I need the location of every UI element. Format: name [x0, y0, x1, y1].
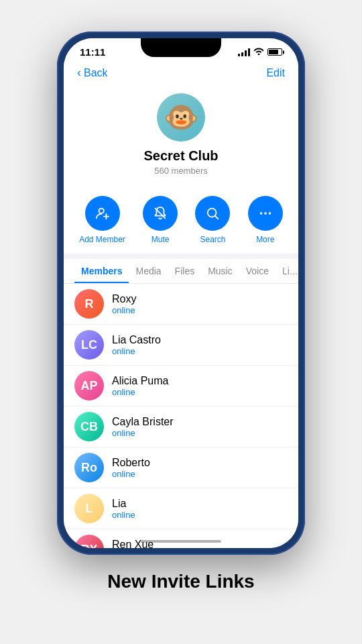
member-avatar: LC: [74, 330, 104, 360]
member-avatar: L: [74, 494, 104, 523]
mute-icon-circle: [143, 196, 178, 231]
member-status: online: [112, 346, 161, 356]
back-chevron-icon: ‹: [77, 66, 81, 80]
member-name: Alicia Puma: [112, 375, 168, 387]
member-status: online: [112, 510, 135, 520]
member-status: online: [112, 428, 174, 438]
member-name: Roberto: [112, 457, 150, 469]
member-info: Alicia Puma online: [112, 375, 168, 397]
member-name: Cayla Brister: [112, 416, 174, 428]
add-member-button[interactable]: Add Member: [79, 196, 125, 244]
status-time: 11:11: [80, 46, 105, 58]
member-status: online: [112, 305, 136, 315]
home-indicator: [141, 540, 221, 543]
section-divider: [64, 254, 298, 259]
member-status: online: [112, 387, 168, 397]
action-buttons: Add Member Mute: [64, 186, 298, 254]
tab-media[interactable]: Media: [129, 259, 168, 283]
battery-icon: [267, 48, 282, 56]
svg-point-0: [99, 209, 103, 213]
group-members-count: 560 members: [154, 166, 207, 176]
member-row[interactable]: Ro Roberto online: [64, 447, 298, 488]
add-member-icon-circle: [85, 196, 120, 231]
add-member-label: Add Member: [79, 235, 125, 244]
tab-members[interactable]: Members: [74, 259, 129, 283]
more-icon-circle: [248, 196, 283, 231]
notch: [141, 38, 221, 57]
nav-bar: ‹ Back Edit: [64, 60, 298, 85]
member-avatar: RX: [74, 535, 104, 548]
wifi-icon: [253, 47, 264, 57]
phone-inner: 11:11: [64, 38, 298, 548]
member-row[interactable]: RX Ren Xue online: [64, 529, 298, 548]
member-info: Lia online: [112, 498, 135, 520]
more-button[interactable]: More: [248, 196, 283, 244]
signal-icon: [238, 48, 250, 56]
mute-label: Mute: [152, 235, 170, 244]
member-avatar: AP: [74, 371, 104, 400]
member-avatar: Ro: [74, 453, 104, 482]
back-button[interactable]: ‹ Back: [77, 66, 108, 80]
member-avatar: CB: [74, 412, 104, 441]
page-wrapper: 11:11: [0, 0, 362, 644]
tab-voice[interactable]: Voice: [239, 259, 276, 283]
tab-music[interactable]: Music: [201, 259, 239, 283]
svg-point-6: [260, 212, 263, 215]
group-avatar-emoji: 🐵: [164, 103, 198, 131]
svg-point-7: [264, 212, 267, 215]
search-label: Search: [200, 235, 225, 244]
member-name: Lia: [112, 498, 135, 510]
member-name: Lia Castro: [112, 334, 161, 346]
member-avatar: R: [74, 289, 104, 319]
more-label: More: [256, 235, 274, 244]
phone-frame: 11:11: [57, 32, 305, 555]
member-row[interactable]: L Lia online: [64, 488, 298, 529]
tab-files[interactable]: Files: [168, 259, 202, 283]
edit-button[interactable]: Edit: [266, 67, 285, 79]
group-avatar: 🐵: [157, 93, 205, 142]
group-name: Secret Club: [143, 148, 218, 164]
search-icon-circle: [195, 196, 230, 231]
status-icons: [238, 47, 282, 57]
member-row[interactable]: CB Cayla Brister online: [64, 407, 298, 447]
member-info: Cayla Brister online: [112, 416, 174, 438]
member-info: Lia Castro online: [112, 334, 161, 356]
member-status: online: [112, 469, 150, 479]
mute-button[interactable]: Mute: [143, 196, 178, 244]
member-info: Roxy online: [112, 293, 136, 315]
member-row[interactable]: AP Alicia Puma online: [64, 366, 298, 407]
members-list: R Roxy online LC Lia Castro online: [64, 284, 298, 548]
group-info: 🐵 Secret Club 560 members: [64, 85, 298, 186]
back-label: Back: [84, 67, 108, 79]
member-row[interactable]: LC Lia Castro online: [64, 325, 298, 366]
svg-point-8: [268, 212, 271, 215]
member-row[interactable]: R Roxy online: [64, 284, 298, 325]
member-info: Roberto online: [112, 457, 150, 479]
bottom-label: New Invite Links: [107, 571, 254, 592]
svg-line-5: [215, 216, 219, 219]
tabs-bar: Members Media Files Music Voice Li...: [64, 259, 298, 284]
search-button[interactable]: Search: [195, 196, 230, 244]
tab-links[interactable]: Li...: [276, 259, 298, 283]
member-name: Roxy: [112, 293, 136, 305]
